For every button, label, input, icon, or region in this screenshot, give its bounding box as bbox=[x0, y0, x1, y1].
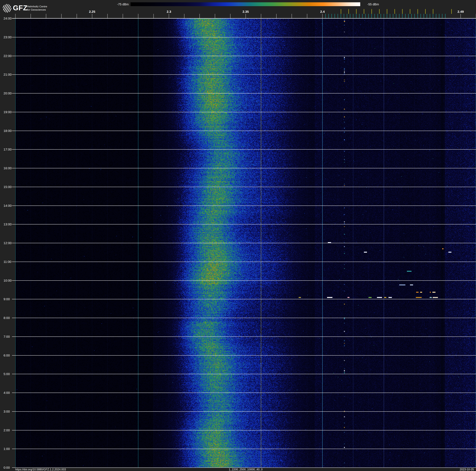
freq-minor-tick bbox=[215, 14, 215, 18]
freq-minor-tick bbox=[261, 14, 261, 18]
spectrogram-canvas bbox=[15, 18, 476, 468]
wifi-channel-tick bbox=[402, 9, 403, 14]
hour-gridline bbox=[12, 243, 476, 243]
ble-channel-tick bbox=[418, 14, 418, 18]
time-label: 3:00 bbox=[3, 410, 10, 413]
hour-gridline bbox=[12, 187, 476, 187]
wifi-channel-tick bbox=[410, 9, 410, 14]
ble-channel-tick bbox=[374, 14, 375, 18]
hour-gridline bbox=[12, 468, 476, 468]
hour-gridline bbox=[12, 318, 476, 318]
time-label: 2:00 bbox=[3, 428, 10, 432]
hour-gridline bbox=[12, 37, 476, 37]
date-label: 2023-10-25 bbox=[460, 468, 474, 471]
freq-minor-tick bbox=[153, 14, 154, 18]
ble-channel-tick bbox=[427, 14, 427, 18]
hour-gridline bbox=[12, 149, 476, 150]
ble-channel-tick bbox=[350, 14, 350, 18]
time-label: 12:00 bbox=[3, 241, 12, 245]
ble-channel-tick bbox=[328, 14, 329, 18]
time-label: 23:00 bbox=[3, 35, 12, 39]
footer-bar: https://doi.org/10.5880/GFZ.1.2.2024.003… bbox=[0, 468, 476, 471]
time-label: 13:00 bbox=[3, 222, 12, 226]
brand-subtitle: Helmholtz Centre for Geosciences bbox=[27, 5, 47, 11]
brand-subtitle-line2: for Geosciences bbox=[27, 8, 47, 11]
time-label: 19:00 bbox=[3, 110, 12, 114]
freq-minor-tick bbox=[230, 14, 230, 18]
freq-minor-tick bbox=[77, 14, 77, 18]
hour-gridline bbox=[12, 112, 476, 112]
spectrogram-plot-area bbox=[15, 18, 476, 468]
header-bar: GFZ Helmholtz Centre for Geosciences -75… bbox=[0, 0, 476, 18]
time-label: 9:00 bbox=[3, 297, 10, 301]
ble-channel-tick bbox=[353, 14, 354, 18]
time-label: 24:00 bbox=[3, 17, 12, 20]
freq-minor-tick bbox=[31, 14, 31, 18]
wifi-channel-tick bbox=[372, 9, 372, 14]
freq-tick-label: 2.49 bbox=[458, 10, 464, 14]
ble-channel-tick bbox=[421, 14, 421, 18]
ble-channel-tick bbox=[362, 14, 363, 18]
time-label: 16:00 bbox=[3, 166, 12, 170]
hour-gridline bbox=[12, 337, 476, 337]
freq-minor-tick bbox=[184, 14, 184, 18]
hour-gridline bbox=[12, 374, 476, 374]
hour-gridline bbox=[12, 393, 476, 393]
wifi-channel-tick bbox=[451, 9, 452, 14]
freq-minor-tick bbox=[46, 14, 46, 18]
hour-gridline bbox=[12, 74, 476, 75]
time-label: 14:00 bbox=[3, 204, 12, 208]
freq-minor-tick bbox=[307, 14, 307, 18]
hour-gridline bbox=[12, 224, 476, 224]
ble-channel-tick bbox=[433, 14, 433, 18]
time-label: 17:00 bbox=[3, 147, 12, 151]
hour-gridline bbox=[12, 56, 476, 56]
ble-channel-tick bbox=[341, 14, 341, 18]
wifi-channel-tick bbox=[379, 9, 380, 14]
wifi-channel-tick bbox=[425, 9, 426, 14]
ble-channel-tick bbox=[359, 14, 360, 18]
brand-subtitle-line1: Helmholtz Centre bbox=[27, 5, 47, 8]
ble-channel-tick bbox=[365, 14, 366, 18]
ble-channel-tick bbox=[378, 14, 378, 18]
ble-channel-tick bbox=[390, 14, 390, 18]
freq-minor-tick bbox=[61, 14, 62, 18]
colorbar-max-label: -55 dBm bbox=[367, 3, 379, 6]
freq-tick-label: 2.4 bbox=[320, 10, 324, 14]
freq-minor-tick bbox=[200, 14, 200, 18]
time-label: 6:00 bbox=[3, 354, 10, 357]
freq-minor-tick bbox=[460, 14, 461, 18]
ble-channel-tick bbox=[338, 14, 338, 18]
wifi-channel-tick bbox=[348, 9, 349, 14]
hour-gridline bbox=[12, 299, 476, 299]
gfz-globe-logo-icon bbox=[3, 4, 11, 13]
hour-gridline bbox=[12, 205, 476, 206]
time-label: 21:00 bbox=[3, 73, 12, 76]
wifi-channel-tick bbox=[387, 9, 387, 14]
hour-gridline bbox=[12, 262, 476, 262]
hour-gridline bbox=[12, 449, 476, 449]
time-label: 0:00 bbox=[3, 466, 10, 470]
freq-minor-tick bbox=[92, 14, 92, 18]
hour-gridline bbox=[12, 411, 476, 412]
freq-minor-tick bbox=[107, 14, 108, 18]
wifi-channel-tick bbox=[418, 9, 418, 14]
ble-channel-tick bbox=[399, 14, 400, 18]
ble-channel-tick bbox=[430, 14, 430, 18]
time-label: 22:00 bbox=[3, 54, 12, 58]
colorbar bbox=[131, 2, 360, 6]
wifi-channel-tick bbox=[394, 9, 395, 14]
ble-channel-tick bbox=[402, 14, 403, 18]
ble-channel-tick bbox=[368, 14, 369, 18]
ble-channel-tick bbox=[411, 14, 412, 18]
hour-gridline bbox=[12, 93, 476, 93]
hour-gridline bbox=[12, 280, 476, 281]
ble-channel-tick bbox=[325, 14, 326, 18]
hour-gridline bbox=[12, 355, 476, 356]
time-label: 18:00 bbox=[3, 129, 12, 133]
brand-name: GFZ bbox=[13, 4, 28, 12]
time-label: 1:00 bbox=[3, 447, 10, 451]
wifi-channel-tick bbox=[341, 9, 341, 14]
freq-minor-tick bbox=[292, 14, 292, 18]
time-label: 20:00 bbox=[3, 91, 12, 95]
